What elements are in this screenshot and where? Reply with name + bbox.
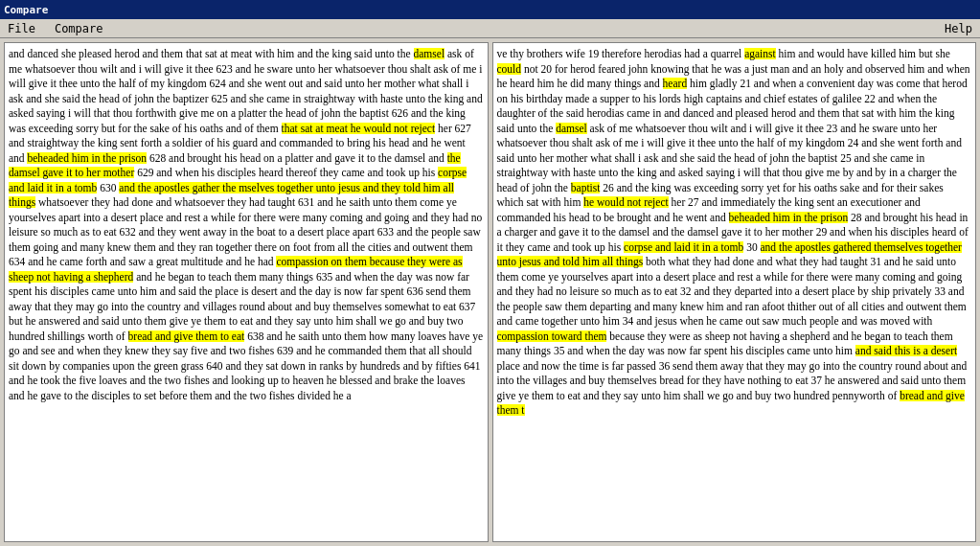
menu-items: File Compare — [4, 21, 106, 36]
main-area: and danced she pleased herod and them th… — [0, 38, 980, 546]
left-text-content[interactable]: and danced she pleased herod and them th… — [5, 43, 488, 541]
menu-file[interactable]: File — [4, 21, 39, 36]
menu-compare[interactable]: Compare — [51, 21, 107, 36]
left-panel: and danced she pleased herod and them th… — [4, 42, 489, 542]
title-bar-title: Compare — [4, 4, 48, 16]
right-text-content[interactable]: ve thy brothers wife 19 therefore herodi… — [493, 43, 976, 541]
right-panel: ve thy brothers wife 19 therefore herodi… — [492, 42, 977, 542]
menu-help[interactable]: Help — [941, 21, 976, 36]
menu-bar: File Compare Help — [0, 19, 980, 38]
title-bar: Compare — [0, 0, 980, 19]
